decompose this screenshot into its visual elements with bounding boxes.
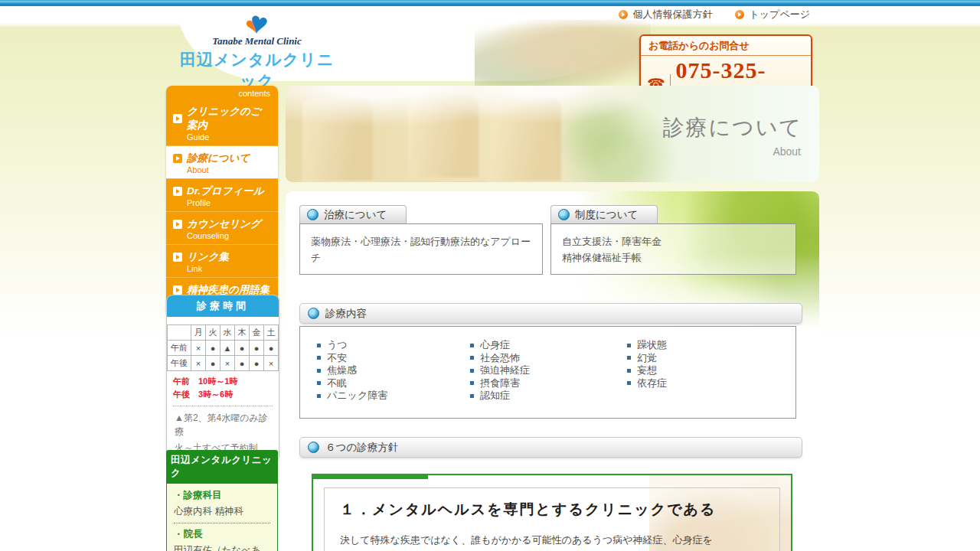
system-tab: 制度について bbox=[550, 205, 658, 223]
am-hours-note: 午前 10時～1時 bbox=[173, 376, 273, 387]
hours-cell: × bbox=[220, 356, 235, 371]
treatment-section: 治療について 薬物療法・心理療法・認知行動療法的なアプローチ bbox=[299, 205, 543, 275]
arrow-square-icon bbox=[173, 187, 182, 196]
square-bullet-icon bbox=[627, 344, 631, 347]
hours-cell: ● bbox=[235, 356, 250, 371]
services-list-box: うつ 不安 焦燥感 不眠 パニック障害 心身症 社会恐怖 強迫神経症 摂食障害 … bbox=[299, 326, 796, 419]
service-item: 心身症 bbox=[470, 339, 627, 352]
service-item: 社会恐怖 bbox=[470, 352, 627, 365]
arrow-square-icon bbox=[173, 220, 182, 229]
page-title-en: About bbox=[773, 145, 801, 158]
hours-row-label: 午後 bbox=[168, 356, 191, 371]
square-bullet-icon bbox=[470, 381, 474, 385]
square-bullet-icon bbox=[470, 394, 474, 398]
treatment-tab-label: 治療について bbox=[324, 208, 387, 222]
menu-label: 診療について bbox=[187, 152, 250, 165]
arrow-square-icon bbox=[173, 285, 182, 295]
policy-body-line: 決して特殊な疾患ではなく、誰もがかかる可能性のあるうつ病や神経症、心身症を bbox=[340, 530, 764, 549]
hours-cell: × bbox=[264, 356, 279, 371]
sidebar-item-about[interactable]: 診療について About bbox=[166, 145, 278, 178]
policy-item-body: 決して特殊な疾患ではなく、誰もがかかる可能性のあるうつ病や神経症、心身症を 中心… bbox=[340, 530, 764, 551]
hours-header-cell: 金 bbox=[250, 325, 264, 341]
menu-label: クリニックのご案内 bbox=[187, 105, 271, 132]
system-line: 自立支援法・障害年金 bbox=[562, 233, 785, 249]
hours-header-cell: 土 bbox=[264, 325, 279, 341]
phone-contact-label: お電話からのお問合せ bbox=[641, 36, 811, 56]
top-page-link[interactable]: トップページ bbox=[735, 8, 810, 21]
service-item: うつ bbox=[317, 339, 470, 352]
system-line: 精神保健福祉手帳 bbox=[562, 249, 785, 266]
square-bullet-icon bbox=[470, 369, 474, 373]
hours-header-cell: 月 bbox=[191, 325, 206, 341]
hours-cell: ● bbox=[206, 356, 220, 371]
services-column-3: 躁状態 幻覚 妄想 依存症 bbox=[627, 339, 667, 403]
service-item: 依存症 bbox=[627, 377, 667, 390]
treatment-body: 薬物療法・心理療法・認知行動療法的なアプローチ bbox=[299, 223, 543, 275]
hours-header-cell bbox=[168, 325, 191, 341]
blue-dot-icon bbox=[307, 209, 318, 220]
menu-sublabel: Counseling bbox=[187, 231, 271, 240]
pm-hours-note: 午後 3時～6時 bbox=[173, 389, 273, 400]
info-value-director: 田辺有佐（たなべありさ） bbox=[174, 543, 270, 551]
hours-cell: ● bbox=[235, 341, 250, 356]
info-label-director: ・院長 bbox=[174, 528, 270, 541]
hours-cell: ● bbox=[250, 341, 264, 356]
service-item: 摂食障害 bbox=[470, 377, 627, 390]
dotted-divider bbox=[173, 406, 273, 406]
blue-dot-icon bbox=[308, 442, 319, 453]
hours-cell: ● bbox=[264, 341, 279, 356]
page-title: 診療について bbox=[662, 113, 802, 142]
clinic-logo[interactable]: ♥♥ Tanabe Mental Clinic 田辺メンタルクリニック bbox=[175, 6, 339, 92]
treatment-tab: 治療について bbox=[299, 205, 407, 223]
sidebar-item-counseling[interactable]: カウンセリング Counseling bbox=[166, 211, 278, 244]
top-page-label: トップページ bbox=[749, 8, 810, 21]
square-bullet-icon bbox=[627, 381, 631, 385]
clinic-hours-box: 診療時間 月 火 水 木 金 土 午前 × ● ▲ ● ● ● 午後 × ● ×… bbox=[166, 295, 279, 462]
clinic-hours-table: 月 火 水 木 金 土 午前 × ● ▲ ● ● ● 午後 × ● × ● ● … bbox=[167, 324, 279, 371]
info-label-departments: ・診療科目 bbox=[174, 489, 270, 502]
hours-cell: ▲ bbox=[220, 341, 235, 356]
contents-label: contents bbox=[166, 86, 278, 99]
service-item: 強迫神経症 bbox=[470, 364, 627, 377]
blue-dot-icon bbox=[308, 308, 319, 319]
hours-header-cell: 木 bbox=[235, 325, 250, 341]
hours-cell: × bbox=[191, 341, 206, 356]
sidebar-item-link[interactable]: リンク集 Link bbox=[166, 244, 278, 277]
sidebar-item-profile[interactable]: Dr.プロフィール Profile bbox=[166, 178, 278, 211]
policy-header-bar: ６つの診療方針 bbox=[299, 437, 802, 458]
hours-note: ▲第2、第4水曜のみ診療 bbox=[175, 411, 271, 439]
policy-item-box: １．メンタルヘルスを専門とするクリニックである 決して特殊な疾患ではなく、誰もが… bbox=[312, 474, 792, 551]
clinic-info-title: 田辺メンタルクリニック bbox=[166, 450, 278, 484]
dotted-divider bbox=[174, 523, 270, 523]
square-bullet-icon bbox=[627, 369, 631, 373]
hours-cell: × bbox=[191, 356, 206, 371]
system-tab-label: 制度について bbox=[575, 208, 638, 222]
content-panel: 治療について 薬物療法・心理療法・認知行動療法的なアプローチ 制度について 自立… bbox=[286, 191, 819, 551]
services-header-bar: 診療内容 bbox=[299, 303, 802, 324]
menu-sublabel: Link bbox=[187, 264, 271, 273]
service-item: 不安 bbox=[317, 352, 470, 365]
info-value-departments: 心療内科 精神科 bbox=[174, 504, 270, 518]
header-face-photo bbox=[475, 20, 651, 86]
arrow-square-icon bbox=[173, 114, 182, 123]
menu-label: Dr.プロフィール bbox=[187, 184, 264, 198]
arrow-circle-icon bbox=[735, 10, 744, 19]
service-item: パニック障害 bbox=[317, 390, 470, 403]
policy-item-heading: １．メンタルヘルスを専門とするクリニックである bbox=[340, 500, 764, 520]
policy-section: ６つの診療方針 １．メンタルヘルスを専門とするクリニックである 決して特殊な疾患… bbox=[299, 437, 802, 551]
service-item: 焦燥感 bbox=[317, 364, 470, 377]
services-column-2: 心身症 社会恐怖 強迫神経症 摂食障害 認知症 bbox=[470, 339, 627, 403]
menu-label: カウンセリング bbox=[187, 217, 261, 231]
hours-header-cell: 火 bbox=[206, 325, 220, 341]
sidebar-item-guide[interactable]: クリニックのご案内 Guide bbox=[166, 99, 278, 145]
blue-dot-icon bbox=[558, 209, 570, 220]
hours-row-label: 午前 bbox=[168, 341, 191, 356]
menu-sublabel: About bbox=[187, 165, 271, 174]
hours-header-cell: 水 bbox=[220, 325, 235, 341]
clinic-hours-title: 診療時間 bbox=[167, 295, 279, 317]
policy-item-inner: １．メンタルヘルスを専門とするクリニックである 決して特殊な疾患ではなく、誰もが… bbox=[324, 487, 780, 551]
page-banner: 診療について About bbox=[286, 86, 819, 182]
square-bullet-icon bbox=[317, 369, 321, 373]
sidebar-menu: contents クリニックのご案内 Guide 診療について About Dr… bbox=[166, 86, 278, 317]
square-bullet-icon bbox=[470, 344, 474, 347]
